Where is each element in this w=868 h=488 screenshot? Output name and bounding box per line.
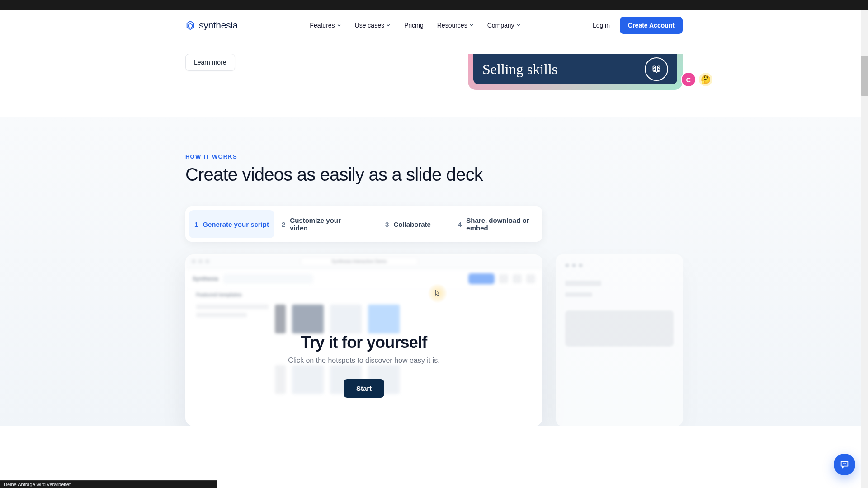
step-label: Customize your video [290,216,358,232]
how-it-works-section: HOW IT WORKS Create videos as easily as … [0,117,868,426]
chevron-down-icon [386,23,391,28]
steps-tablist: 1 Generate your script 2 Customize your … [185,206,542,242]
interactive-demo-window: Synthesia Interactive Demo Synthesia Fea… [185,254,542,426]
step-number: 1 [194,221,198,228]
learn-more-button[interactable]: Learn more [185,54,235,71]
preview-card: Selling skills [468,54,683,90]
emoji-reaction: 🤔 [698,72,713,87]
tab-customize-video[interactable]: 2 Customize your video [277,210,363,238]
nav-resources[interactable]: Resources [437,22,474,29]
preview-card-title: Selling skills [482,61,557,78]
nav-item-label: Company [487,22,514,29]
tab-generate-script[interactable]: 1 Generate your script [189,210,274,238]
step-number: 3 [385,221,389,228]
site-header: synthesia Features Use cases Pricing Res… [0,10,868,40]
brand-logo[interactable]: synthesia [185,20,238,31]
chevron-down-icon [516,23,521,28]
handshake-icon [645,57,668,81]
tab-collaborate[interactable]: 3 Collaborate [365,210,451,238]
page-scrollbar[interactable] [861,10,868,426]
nav-item-label: Features [310,22,335,29]
nav-use-cases[interactable]: Use cases [355,22,391,29]
section-heading: Create videos as easily as a slide deck [185,164,683,185]
nav-item-label: Resources [437,22,467,29]
chevron-down-icon [337,23,341,28]
feature-teaser-section: Learn more Selling skills C 🤔 [185,40,683,117]
overlay-title: Try it for yourself [301,333,427,352]
nav-features[interactable]: Features [310,22,341,29]
step-label: Generate your script [203,221,269,228]
nav-pricing[interactable]: Pricing [404,22,424,29]
nav-item-label: Pricing [404,22,424,29]
browser-top-strip [0,0,868,10]
nav-item-label: Use cases [355,22,384,29]
section-eyebrow: HOW IT WORKS [185,153,683,160]
chevron-down-icon [469,23,474,28]
create-account-button[interactable]: Create Account [620,17,683,34]
step-label: Collaborate [393,221,431,228]
step-number: 4 [458,221,462,228]
nav-company[interactable]: Company [487,22,521,29]
scrollbar-thumb[interactable] [861,56,868,96]
brand-name: synthesia [199,20,238,31]
tab-share-download[interactable]: 4 Share, download or embed [453,210,539,238]
step-label: Share, download or embed [466,216,534,232]
demo-overlay: Try it for yourself Click on the hotspot… [185,254,542,426]
login-link[interactable]: Log in [593,22,610,29]
step-number: 2 [282,221,285,228]
logo-icon [185,20,195,30]
start-button[interactable]: Start [344,379,384,398]
avatar-badge: C [681,72,696,87]
overlay-subtitle: Click on the hotspots to discover how ea… [288,357,439,365]
primary-nav: Features Use cases Pricing Resources Com… [310,22,520,29]
demo-side-panel [556,254,683,426]
